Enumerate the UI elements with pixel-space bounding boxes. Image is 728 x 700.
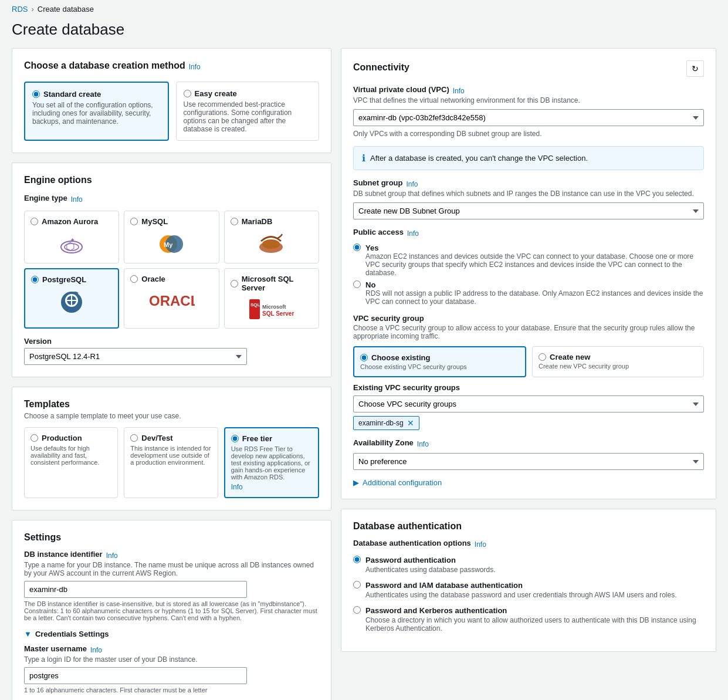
subnet-info[interactable]: Info	[407, 180, 418, 188]
az-label: Availability Zone	[353, 438, 414, 447]
db-identifier-desc: Type a name for your DB instance. The na…	[24, 561, 319, 577]
auth-iam-radio[interactable]	[353, 581, 361, 589]
engine-aurora[interactable]: Amazon Aurora ⬡ ✦	[24, 211, 119, 263]
sg-tag: examinr-db-sg ✕	[353, 416, 419, 430]
engine-mysql[interactable]: MySQL My	[124, 211, 219, 263]
easy-create-radio[interactable]	[184, 90, 191, 97]
svg-text:SQL: SQL	[250, 302, 260, 307]
engine-postgresql[interactable]: PostgreSQL	[24, 268, 119, 329]
version-section: Version PostgreSQL 12.4-R1 PostgreSQL 12…	[24, 337, 319, 365]
existing-sg-select[interactable]: Choose VPC security groups	[353, 395, 704, 412]
sqlserver-logo: SQL Microsoft SQL Server	[231, 296, 313, 322]
auth-password[interactable]: Password authentication Authenticates us…	[353, 556, 704, 574]
public-access-options: Yes Amazon EC2 instances and devices out…	[353, 244, 704, 306]
creation-method-info[interactable]: Info	[189, 63, 201, 71]
breadcrumb-separator: ›	[31, 5, 33, 13]
master-username-input[interactable]	[24, 667, 247, 684]
sg-existing-radio[interactable]	[360, 354, 368, 361]
engine-grid: Amazon Aurora ⬡ ✦ MySQL	[24, 211, 319, 329]
db-identifier-constraint: The DB instance identifier is case-insen…	[24, 600, 319, 621]
subnet-select[interactable]: Create new DB Subnet Group	[353, 202, 704, 219]
credentials-header[interactable]: ▼ Credentials Settings	[24, 630, 319, 638]
public-access-no[interactable]: No RDS will not assign a public IP addre…	[353, 280, 704, 306]
az-info[interactable]: Info	[417, 440, 429, 448]
additional-config[interactable]: ▶ Additional configuration	[353, 478, 704, 487]
vpc-sg-desc: Choose a VPC security group to allow acc…	[353, 324, 704, 340]
public-yes-desc: Amazon EC2 instances and devices outside…	[365, 252, 704, 277]
master-username-constraint: 1 to 16 alphanumeric characters. First c…	[24, 687, 319, 694]
standard-create-option[interactable]: Standard create You set all of the confi…	[24, 82, 169, 141]
db-auth-options-label: Database authentication options	[353, 539, 471, 547]
connectivity-panel: Connectivity ↻ Virtual private cloud (VP…	[341, 48, 716, 499]
mariadb-radio[interactable]	[231, 218, 238, 225]
public-access-yes[interactable]: Yes Amazon EC2 instances and devices out…	[353, 244, 704, 277]
public-no-label: No	[365, 280, 704, 289]
sg-create-new[interactable]: Create new Create new VPC security group	[532, 346, 704, 377]
auth-kerberos[interactable]: Password and Kerberos authentication Cho…	[353, 606, 704, 633]
sg-options: Choose existing Choose existing VPC secu…	[353, 346, 704, 377]
vpc-desc: VPC that defines the virtual networking …	[353, 96, 704, 104]
engine-options-title: Engine options	[24, 175, 92, 185]
svg-text:ORACLE: ORACLE	[149, 293, 195, 309]
freetier-radio[interactable]	[231, 435, 239, 442]
public-access-info[interactable]: Info	[407, 229, 419, 238]
auth-iam[interactable]: Password and IAM database authentication…	[353, 581, 704, 599]
db-identifier-input[interactable]	[24, 581, 247, 598]
public-yes-radio[interactable]	[353, 244, 361, 251]
mysql-logo: My	[130, 229, 212, 256]
easy-create-option[interactable]: Easy create Use recommended best-practic…	[176, 82, 320, 141]
sg-create-radio[interactable]	[539, 353, 546, 361]
auth-kerberos-radio[interactable]	[353, 606, 361, 614]
aurora-logo: ⬡ ✦	[31, 229, 113, 256]
template-devtest[interactable]: Dev/Test This instance is intended for d…	[124, 427, 218, 498]
subnet-group-label: Subnet group	[353, 178, 403, 187]
auth-kerberos-desc: Choose a directory in which you want to …	[365, 616, 704, 633]
template-production[interactable]: Production Use defaults for high availab…	[24, 427, 118, 498]
sqlserver-radio[interactable]	[231, 280, 238, 288]
vpc-label: Virtual private cloud (VPC)	[353, 85, 449, 94]
breadcrumb-rds-link[interactable]: RDS	[12, 5, 28, 13]
engine-mariadb[interactable]: MariaDB	[224, 211, 319, 263]
connectivity-title: Connectivity	[353, 62, 409, 73]
db-identifier-info[interactable]: Info	[106, 552, 118, 560]
vpc-warning-box: ℹ After a database is created, you can't…	[353, 146, 704, 170]
creation-method-panel: Choose a database creation method Info S…	[12, 48, 331, 153]
oracle-logo: ORACLE	[130, 287, 212, 313]
freetier-desc: Use RDS Free Tier to develop new applica…	[231, 445, 312, 481]
sg-choose-existing[interactable]: Choose existing Choose existing VPC secu…	[353, 346, 526, 377]
template-freetier[interactable]: Free tier Use RDS Free Tier to develop n…	[224, 427, 319, 498]
sg-tag-remove[interactable]: ✕	[407, 418, 414, 428]
engine-oracle[interactable]: Oracle ORACLE	[124, 268, 219, 329]
svg-text:SQL Server: SQL Server	[262, 310, 294, 317]
az-select[interactable]: No preference us-east-1a us-east-1b	[353, 453, 704, 470]
subnet-desc: DB subnet group that defines which subne…	[353, 190, 704, 198]
mysql-radio[interactable]	[130, 218, 138, 225]
vpc-info[interactable]: Info	[453, 87, 465, 95]
production-radio[interactable]	[31, 434, 38, 442]
version-select[interactable]: PostgreSQL 12.4-R1 PostgreSQL 12.3-R1 Po…	[24, 348, 247, 365]
postgresql-radio[interactable]	[31, 276, 39, 283]
db-auth-info[interactable]: Info	[475, 540, 486, 549]
creation-method-title: Choose a database creation method	[24, 60, 185, 71]
standard-create-radio[interactable]	[32, 90, 40, 98]
templates-desc: Choose a sample template to meet your us…	[24, 412, 319, 420]
vpc-select[interactable]: examinr-db (vpc-03b2fef3dc842e558)	[353, 109, 704, 126]
aurora-label: Amazon Aurora	[42, 217, 98, 226]
freetier-info[interactable]: Info	[231, 483, 312, 491]
existing-sg-label: Existing VPC security groups	[353, 383, 704, 392]
master-username-label: Master username	[24, 644, 87, 653]
master-username-info[interactable]: Info	[90, 646, 102, 654]
oracle-label: Oracle	[141, 275, 165, 283]
devtest-label: Dev/Test	[141, 434, 172, 442]
easy-create-desc: Use recommended best-practice configurat…	[184, 100, 312, 133]
sg-existing-desc: Choose existing VPC security groups	[360, 363, 519, 370]
mariadb-label: MariaDB	[242, 217, 273, 226]
refresh-button[interactable]: ↻	[686, 60, 704, 77]
aurora-radio[interactable]	[31, 218, 38, 225]
auth-password-radio[interactable]	[353, 556, 361, 563]
devtest-radio[interactable]	[130, 434, 138, 442]
engine-sqlserver[interactable]: Microsoft SQL Server SQL Microsoft SQL S…	[224, 268, 319, 329]
oracle-radio[interactable]	[130, 275, 138, 283]
public-no-radio[interactable]	[353, 280, 361, 288]
engine-type-info[interactable]: Info	[71, 195, 83, 204]
